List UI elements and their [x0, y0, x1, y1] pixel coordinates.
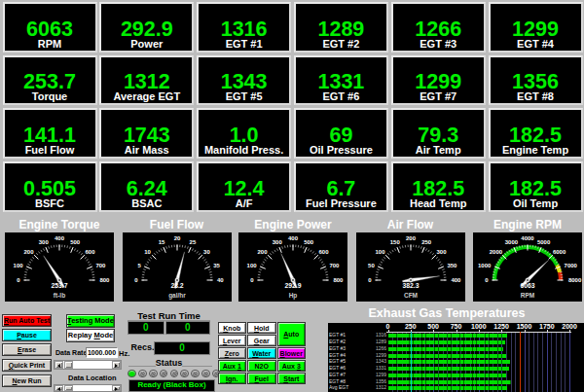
svg-text:400: 400: [55, 235, 65, 241]
svg-text:1000: 1000: [478, 263, 492, 268]
svg-text:350: 350: [447, 263, 457, 268]
svg-text:250: 250: [421, 239, 432, 245]
svg-text:150: 150: [389, 239, 400, 245]
svg-text:253.7: 253.7: [51, 282, 67, 289]
svg-text:40: 40: [216, 277, 223, 283]
svg-text:600: 600: [85, 249, 95, 255]
svg-text:gal/hr: gal/hr: [168, 292, 186, 300]
svg-text:292.9: 292.9: [284, 282, 301, 289]
svg-text:35: 35: [213, 263, 220, 268]
svg-text:0: 0: [368, 277, 372, 283]
svg-text:3000: 3000: [505, 239, 519, 245]
svg-text:23.2: 23.2: [170, 282, 183, 289]
svg-text:0: 0: [17, 277, 20, 283]
svg-text:200: 200: [23, 249, 34, 255]
svg-text:400: 400: [288, 235, 299, 241]
svg-text:800: 800: [99, 277, 110, 283]
svg-text:5: 5: [137, 263, 141, 268]
svg-text:20: 20: [173, 235, 180, 241]
svg-text:300: 300: [273, 239, 283, 245]
svg-text:100: 100: [14, 263, 24, 268]
svg-text:CFM: CFM: [403, 292, 417, 299]
svg-text:2000: 2000: [490, 249, 503, 255]
svg-text:400: 400: [451, 277, 461, 283]
svg-text:0: 0: [485, 277, 489, 283]
svg-text:4000: 4000: [521, 235, 534, 241]
svg-text:0: 0: [134, 277, 138, 283]
svg-text:Hp: Hp: [289, 292, 298, 300]
svg-text:25: 25: [189, 239, 196, 245]
svg-text:800: 800: [333, 277, 344, 283]
svg-text:700: 700: [329, 263, 340, 268]
svg-text:5000: 5000: [537, 239, 551, 245]
svg-text:15: 15: [158, 239, 164, 245]
svg-text:10: 10: [144, 249, 151, 255]
svg-text:6000: 6000: [553, 249, 566, 255]
svg-text:300: 300: [436, 249, 447, 255]
svg-text:ft-lb: ft-lb: [54, 292, 65, 299]
svg-text:382.3: 382.3: [402, 282, 419, 289]
svg-text:600: 600: [318, 249, 329, 255]
svg-text:30: 30: [203, 249, 210, 255]
svg-text:100: 100: [375, 249, 385, 255]
svg-text:500: 500: [70, 239, 81, 245]
svg-text:100: 100: [247, 263, 258, 268]
svg-text:700: 700: [95, 263, 106, 268]
svg-text:200: 200: [257, 249, 268, 255]
svg-text:RPM: RPM: [521, 292, 534, 299]
svg-text:200: 200: [405, 235, 416, 241]
svg-text:7000: 7000: [565, 263, 578, 268]
svg-text:500: 500: [304, 239, 314, 245]
svg-text:50: 50: [368, 263, 375, 268]
svg-text:0: 0: [250, 277, 254, 283]
svg-text:8000: 8000: [568, 277, 582, 283]
svg-text:300: 300: [39, 239, 50, 245]
svg-text:6063: 6063: [520, 282, 534, 289]
